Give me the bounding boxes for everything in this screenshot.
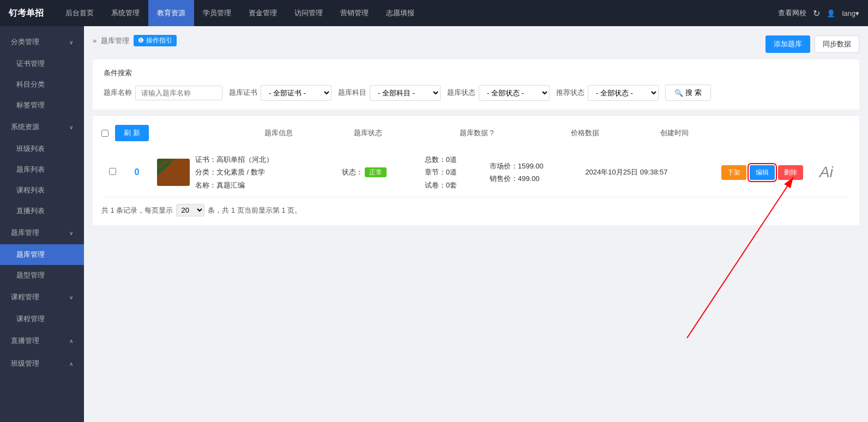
delete-button[interactable]: 删除 bbox=[778, 165, 803, 180]
search-button[interactable]: 🔍 搜 索 bbox=[665, 85, 711, 101]
search-title: 条件搜索 bbox=[104, 68, 848, 78]
sidebar-item-certificate[interactable]: 证书管理 bbox=[0, 53, 84, 74]
sidebar-item-course-mgmt[interactable]: 课程管理 ∨ bbox=[0, 286, 84, 309]
row-paper: 试卷：0套 bbox=[425, 179, 477, 191]
pagination-total-label: 共 1 条记录，每页显示 bbox=[101, 206, 173, 215]
nav-home[interactable]: 后台首页 bbox=[57, 0, 103, 26]
select-cert[interactable]: - 全部证书 - bbox=[261, 85, 331, 101]
sidebar-item-question-list[interactable]: 题库列表 bbox=[0, 159, 84, 180]
nav-right: 查看网校 ↻ 👤 lang▾ bbox=[778, 8, 859, 19]
sidebar-label-system-resource: 系统资源 bbox=[11, 122, 39, 132]
sidebar-item-question-bank[interactable]: 题库管理 bbox=[0, 244, 84, 265]
sidebar-item-class-mgmt[interactable]: 班级管理 ∧ bbox=[0, 352, 84, 375]
label-name: 题库名称 bbox=[104, 88, 132, 98]
row-sale-price: 销售价：499.00 bbox=[490, 172, 572, 185]
refresh-icon[interactable]: ↻ bbox=[813, 8, 820, 19]
search-field-recommend: 推荐状态 - 全部状态 - bbox=[556, 85, 659, 101]
row-price-block: 市场价：1599.00 销售价：499.00 bbox=[490, 160, 572, 185]
row-status-badge: 正常 bbox=[365, 167, 387, 177]
sync-data-button[interactable]: 同步数据 bbox=[815, 35, 859, 53]
row-cert: 证书：高职单招（河北） bbox=[195, 153, 273, 166]
nav-items: 后台首页 系统管理 教育资源 学员管理 资金管理 访问管理 营销管理 志愿填报 bbox=[57, 0, 778, 26]
sidebar-label-course-mgmt: 课程管理 bbox=[11, 292, 39, 302]
row-data-cell: 总数：0道 章节：0道 试卷：0套 bbox=[418, 148, 483, 197]
label-subject: 题库科目 bbox=[338, 88, 366, 98]
sidebar-item-live-list[interactable]: 直播列表 bbox=[0, 201, 84, 221]
nav-finance[interactable]: 资金管理 bbox=[240, 0, 286, 26]
sidebar-item-system-resource[interactable]: 系统资源 ∨ bbox=[0, 116, 84, 138]
chevron-down-icon-3: ∨ bbox=[69, 230, 73, 236]
chevron-down-icon-6: ∧ bbox=[69, 361, 73, 367]
sidebar-label-live-mgmt: 直播管理 bbox=[11, 336, 39, 346]
edit-button[interactable]: 编辑 bbox=[750, 165, 775, 180]
breadcrumb-parent: 题库管理 bbox=[101, 36, 129, 46]
pagination-pages-label: 条，共 1 页当前显示第 1 页。 bbox=[208, 206, 302, 215]
add-question-bank-button[interactable]: 添加题库 bbox=[765, 35, 810, 53]
row-checkbox[interactable] bbox=[109, 168, 116, 175]
sidebar: 分类管理 ∨ 证书管理 科目分类 标签管理 系统资源 ∨ 班级列表 题库列表 课… bbox=[0, 26, 84, 422]
row-info-block: 证书：高职单招（河北） 分类：文化素质 / 数学 名称：真题汇编 bbox=[195, 153, 273, 191]
table-col-status: 题库状态 bbox=[354, 128, 382, 138]
row-price-cell: 市场价：1599.00 销售价：499.00 bbox=[483, 148, 579, 197]
row-status-cell: 状态： 正常 bbox=[335, 148, 418, 197]
table-header-row: 刷 新 题库信息 题库状态 题库数据 ? 价格数据 创建时间 bbox=[101, 125, 851, 141]
sidebar-item-live-mgmt[interactable]: 直播管理 ∧ bbox=[0, 329, 84, 352]
search-field-name: 题库名称 bbox=[104, 86, 222, 100]
sidebar-item-tag[interactable]: 标签管理 bbox=[0, 95, 84, 116]
user-icon[interactable]: 👤 bbox=[827, 9, 835, 17]
select-all-checkbox[interactable] bbox=[101, 130, 108, 137]
search-icon: 🔍 bbox=[674, 89, 683, 97]
sidebar-label-question-mgmt: 题库管理 bbox=[11, 228, 39, 238]
row-created-cell: 2024年10月25日 09:38:57 bbox=[578, 148, 715, 197]
select-status[interactable]: - 全部状态 - bbox=[479, 85, 550, 101]
label-status: 题库状态 bbox=[447, 88, 475, 98]
sidebar-item-subject[interactable]: 科目分类 bbox=[0, 74, 84, 95]
sidebar-item-course-list[interactable]: 课程列表 bbox=[0, 180, 84, 201]
nav-access[interactable]: 访问管理 bbox=[286, 0, 331, 26]
look-school-link[interactable]: 查看网校 bbox=[778, 8, 806, 18]
select-recommend[interactable]: - 全部状态 - bbox=[588, 85, 659, 101]
search-field-subject: 题库科目 - 全部科目 - bbox=[338, 85, 441, 101]
pagination-info: 共 1 条记录，每页显示 20 50 100 条，共 1 页当前显示第 1 页。 bbox=[101, 204, 851, 216]
chevron-down-icon-4: ∨ bbox=[69, 294, 73, 300]
row-num-cell: 0 bbox=[123, 148, 150, 197]
row-total: 总数：0道 bbox=[425, 153, 477, 166]
nav-volunteer[interactable]: 志愿填报 bbox=[377, 0, 423, 26]
input-name[interactable] bbox=[135, 86, 222, 100]
username-label[interactable]: lang▾ bbox=[842, 9, 859, 17]
table-col-data: 题库数据 ? bbox=[460, 128, 494, 138]
row-created-time: 2024年10月25日 09:38:57 bbox=[585, 168, 667, 176]
select-subject[interactable]: - 全部科目 - bbox=[370, 85, 441, 101]
per-page-select[interactable]: 20 50 100 bbox=[176, 204, 204, 216]
search-row: 题库名称 题库证书 - 全部证书 - 题库科目 - 全部科目 - 题库状态 bbox=[104, 85, 848, 101]
nav-education[interactable]: 教育资源 bbox=[148, 0, 194, 26]
row-data-block: 总数：0道 章节：0道 试卷：0套 bbox=[425, 153, 477, 191]
row-status-label: 状态： bbox=[342, 168, 363, 176]
label-cert: 题库证书 bbox=[229, 88, 257, 98]
refresh-button[interactable]: 刷 新 bbox=[115, 125, 149, 141]
label-recommend: 推荐状态 bbox=[556, 88, 584, 98]
search-btn-label: 搜 索 bbox=[685, 88, 702, 98]
sidebar-item-class-list[interactable]: 班级列表 bbox=[0, 138, 84, 159]
nav-system[interactable]: 系统管理 bbox=[103, 0, 148, 26]
sidebar-item-question-type[interactable]: 题型管理 bbox=[0, 265, 84, 286]
row-checkbox-cell bbox=[101, 148, 123, 197]
row-name: 名称：真题汇编 bbox=[195, 179, 273, 191]
nav-marketing[interactable]: 营销管理 bbox=[331, 0, 377, 26]
chevron-down-icon: ∨ bbox=[69, 39, 73, 45]
table-col-info: 题库信息 bbox=[264, 128, 293, 138]
nav-students[interactable]: 学员管理 bbox=[194, 0, 240, 26]
table-col-created: 创建时间 bbox=[660, 128, 689, 138]
search-field-cert: 题库证书 - 全部证书 - bbox=[229, 85, 331, 101]
sidebar-item-course-manage[interactable]: 课程管理 bbox=[0, 309, 84, 329]
download-button[interactable]: 下架 bbox=[721, 165, 746, 180]
sidebar-item-category[interactable]: 分类管理 ∨ bbox=[0, 31, 84, 53]
breadcrumb: » 题库管理 ❶ 操作指引 bbox=[93, 35, 177, 46]
app-logo: 钉考单招 bbox=[9, 8, 44, 19]
action-buttons: 下架 编辑 删除 bbox=[721, 165, 844, 180]
sidebar-item-question-mgmt[interactable]: 题库管理 ∨ bbox=[0, 221, 84, 244]
table-area: 刷 新 题库信息 题库状态 题库数据 ? 价格数据 创建时间 0 bbox=[93, 116, 859, 225]
table-col-price: 价格数据 bbox=[571, 128, 599, 138]
top-navigation: 钉考单招 后台首页 系统管理 教育资源 学员管理 资金管理 访问管理 营销管理 … bbox=[0, 0, 868, 26]
op-guide-btn[interactable]: ❶ 操作指引 bbox=[134, 35, 176, 46]
